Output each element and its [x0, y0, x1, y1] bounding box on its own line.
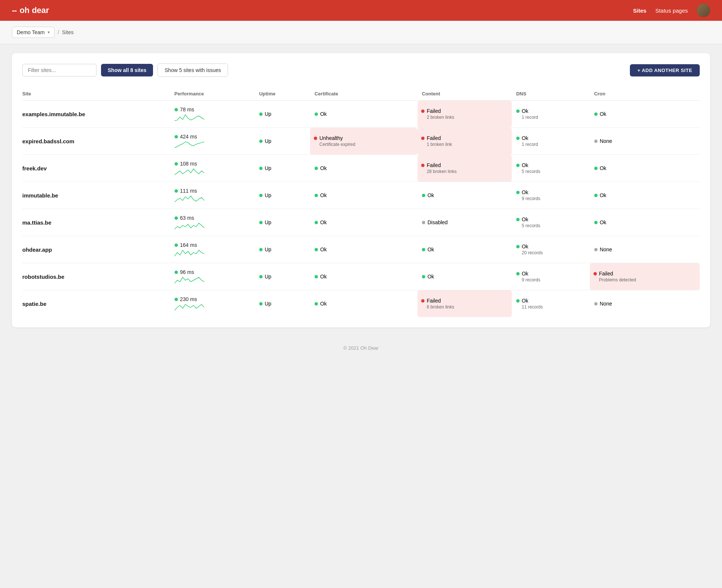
site-name-cell: robotstudios.be: [22, 263, 170, 290]
status-sub: 9 records: [516, 196, 585, 201]
table-row[interactable]: ohdear.app 164 ms Up Ok Ok Ok20 records …: [22, 236, 700, 263]
table-body: examples.immutable.be 78 ms Up Ok Failed…: [22, 101, 700, 317]
col-cron: Cron: [590, 87, 700, 101]
table-row[interactable]: robotstudios.be 96 ms Up Ok Ok Ok9 recor…: [22, 263, 700, 290]
status-dot: [594, 112, 598, 116]
status-dot: [315, 194, 318, 197]
perf-ms: 78 ms: [180, 107, 194, 112]
filter-input[interactable]: [22, 64, 97, 76]
table-row[interactable]: examples.immutable.be 78 ms Up Ok Failed…: [22, 101, 700, 128]
uptime-col: Up: [255, 236, 310, 263]
avatar[interactable]: [697, 4, 710, 17]
perf-ms: 63 ms: [180, 215, 194, 221]
show-all-sites-button[interactable]: Show all 8 sites: [101, 64, 153, 76]
footer-text: © 2021 Oh Dear: [344, 345, 379, 351]
status-dot: [259, 112, 263, 116]
main-content: Show all 8 sites Show 5 sites with issue…: [0, 44, 722, 336]
site-name-cell: freek.dev: [22, 155, 170, 182]
status-dot: [422, 248, 425, 251]
status-dot: [259, 302, 263, 306]
status-label: Ok: [600, 111, 606, 117]
header: -- oh dear Sites Status pages: [0, 0, 722, 21]
cron-col: Ok: [590, 101, 700, 128]
status-dot: [314, 137, 317, 140]
show-sites-with-issues-button[interactable]: Show 5 sites with issues: [157, 63, 228, 77]
status-dot: [259, 140, 263, 143]
content-col: Failed2 broken links: [417, 101, 512, 128]
table-header: Site Performance Uptime Certificate Cont…: [22, 87, 700, 101]
perf-col: 78 ms: [170, 101, 255, 128]
sparkline-chart: [175, 195, 204, 203]
table-row[interactable]: ma.ttias.be 63 ms Up Ok Disabled Ok5 rec…: [22, 209, 700, 236]
status-label: Ok: [522, 216, 529, 222]
status-sub: 1 record: [516, 115, 585, 120]
sparkline-chart: [175, 222, 204, 230]
status-dot: [594, 167, 598, 170]
dns-col: Ok1 record: [512, 128, 590, 155]
status-sub: Certificate expired: [314, 142, 414, 147]
table-row[interactable]: immutable.be 111 ms Up Ok Ok Ok9 records…: [22, 182, 700, 209]
cert-col: Ok: [310, 290, 417, 317]
cert-col: Ok: [310, 182, 417, 209]
status-label: Failed: [427, 298, 441, 304]
cron-col: None: [590, 236, 700, 263]
perf-dot: [175, 298, 178, 301]
uptime-col: Up: [255, 263, 310, 290]
footer: © 2021 Oh Dear: [0, 336, 722, 360]
status-dot: [516, 164, 520, 167]
perf-col: 164 ms: [170, 236, 255, 263]
cert-col: Ok: [310, 236, 417, 263]
content-col: Ok: [417, 182, 512, 209]
col-performance: Performance: [170, 87, 255, 101]
site-name-cell: examples.immutable.be: [22, 101, 170, 128]
status-sub: 1 record: [516, 142, 585, 147]
status-label: Failed: [427, 135, 441, 141]
sites-table: Site Performance Uptime Certificate Cont…: [22, 87, 700, 317]
status-label: Ok: [427, 192, 434, 198]
toolbar: Show all 8 sites Show 5 sites with issue…: [22, 63, 700, 77]
perf-ms: 164 ms: [180, 242, 197, 248]
team-name: Demo Team: [17, 29, 45, 35]
status-dot: [516, 299, 520, 303]
status-label: Ok: [600, 165, 606, 171]
perf-dot: [175, 271, 178, 274]
status-label: Ok: [522, 135, 529, 141]
perf-ms: 424 ms: [180, 134, 197, 140]
status-label: Unhealthy: [319, 135, 343, 141]
uptime-col: Up: [255, 290, 310, 317]
uptime-col: Up: [255, 182, 310, 209]
content-col: Ok: [417, 236, 512, 263]
status-dot: [593, 272, 597, 275]
team-selector[interactable]: Demo Team ▾: [12, 27, 55, 38]
status-label: Disabled: [427, 219, 448, 225]
table-row[interactable]: expired.badssl.com 424 ms Up UnhealthyCe…: [22, 128, 700, 155]
sparkline-chart: [175, 277, 204, 284]
perf-dot: [175, 189, 178, 193]
add-site-button[interactable]: + ADD ANOTHER SITE: [630, 64, 700, 76]
perf-dot: [175, 108, 178, 111]
perf-cell: 78 ms: [175, 107, 250, 121]
table-row[interactable]: spatie.be 230 ms Up Ok Failed6 broken li…: [22, 290, 700, 317]
status-dot: [315, 248, 318, 251]
status-dot: [315, 221, 318, 224]
perf-dot: [175, 162, 178, 166]
site-name: spatie.be: [22, 301, 46, 307]
status-dot: [422, 194, 425, 197]
col-site: Site: [22, 87, 170, 101]
table-row[interactable]: freek.dev 108 ms Up Ok Failed28 broken l…: [22, 155, 700, 182]
status-dot: [315, 302, 318, 306]
status-label: Ok: [320, 301, 327, 307]
status-dot: [516, 137, 520, 140]
site-name: ohdear.app: [22, 246, 52, 253]
perf-ms: 230 ms: [180, 296, 197, 302]
status-sub: 1 broken link: [421, 142, 508, 147]
nav-status-pages[interactable]: Status pages: [655, 7, 688, 14]
sparkline-chart: [175, 141, 204, 148]
sparkline-chart: [175, 168, 204, 176]
status-label: Failed: [427, 108, 441, 114]
status-dot: [422, 275, 425, 278]
status-label: Ok: [427, 274, 434, 280]
logo-name: oh dear: [20, 6, 49, 15]
nav-sites[interactable]: Sites: [633, 7, 647, 14]
status-sub: 5 records: [516, 223, 585, 228]
